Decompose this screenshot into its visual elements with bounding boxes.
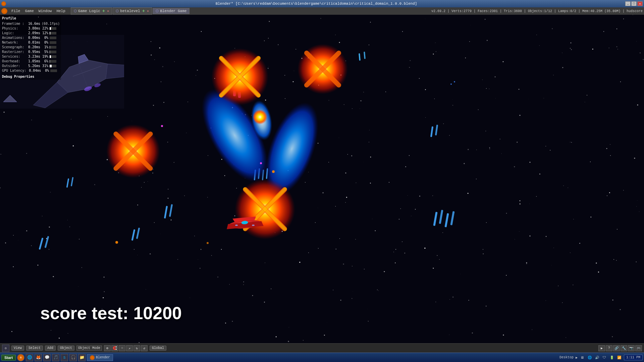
- taskbar-icon-blender[interactable]: B: [17, 354, 24, 361]
- taskbar-icon-browser[interactable]: 🌐: [26, 354, 33, 361]
- blue-laser-bl-2: [44, 236, 49, 248]
- sys-icon-net[interactable]: 🌐: [587, 355, 592, 360]
- select-btn[interactable]: Select: [26, 346, 43, 351]
- tab-betalevel[interactable]: ⬡ betalevel + ✕: [113, 7, 152, 15]
- menu-window[interactable]: Window: [37, 8, 54, 14]
- menu-file[interactable]: File: [9, 8, 22, 14]
- taskbar-icon-music[interactable]: 🎵: [52, 354, 59, 361]
- svg-point-85: [154, 222, 155, 223]
- svg-point-55: [452, 105, 453, 106]
- blue-laser-left-1: [66, 178, 69, 188]
- title-text: Blender* [C:\Users\reddam\Documents\blen…: [216, 2, 417, 6]
- svg-point-43: [536, 35, 537, 35]
- desktop-label[interactable]: Desktop: [559, 356, 574, 359]
- editor-icon-prop[interactable]: ○: [119, 345, 125, 351]
- svg-point-69: [489, 148, 490, 149]
- svg-point-62: [208, 155, 208, 156]
- blue-laser-bl-1: [39, 238, 43, 250]
- editor-icon-pivot[interactable]: ⊕: [104, 345, 111, 351]
- svg-point-67: [409, 155, 410, 156]
- editor-icon-2[interactable]: ↗: [126, 345, 133, 351]
- sys-icon-sound[interactable]: 🔊: [594, 355, 600, 360]
- svg-point-90: [355, 239, 356, 240]
- blue-laser-2: [364, 52, 366, 59]
- blue-laser-r-2: [435, 125, 438, 135]
- svg-point-39: [402, 31, 403, 32]
- tab-add-icon-1[interactable]: +: [142, 8, 146, 14]
- tab-close-icon-1[interactable]: ✕: [147, 9, 149, 13]
- tab-add-icon-0[interactable]: +: [102, 8, 106, 14]
- blue-laser-r-1: [430, 126, 433, 137]
- editor-help-icon[interactable]: ?: [606, 345, 612, 351]
- svg-point-100: [265, 262, 265, 263]
- taskbar-right: Desktop ▶ 🖥 🌐 🔊 🛡 🔋 📶 1:11 PM: [559, 355, 643, 360]
- maximize-button[interactable]: □: [631, 1, 637, 6]
- close-button[interactable]: ✕: [637, 1, 643, 6]
- editor-render-icon[interactable]: 📷: [628, 345, 635, 351]
- svg-point-82: [520, 200, 521, 201]
- tab-blender-game-label: Blender Game: [160, 9, 186, 13]
- editor-scene-icon[interactable]: 🔧: [621, 345, 627, 351]
- svg-point-95: [573, 219, 574, 220]
- taskbar-icon-chat[interactable]: 💬: [43, 354, 51, 361]
- start-button[interactable]: Start: [1, 355, 16, 361]
- svg-point-114: [235, 225, 238, 226]
- svg-point-73: [144, 182, 145, 183]
- tab-close-icon-0[interactable]: ✕: [107, 9, 109, 13]
- editor-icon-3[interactable]: ↻: [133, 345, 140, 351]
- svg-point-54: [419, 78, 420, 79]
- svg-point-60: [620, 81, 621, 82]
- title-bar-buttons: _ □ ✕: [625, 1, 643, 6]
- blue-laser-bcl-1: [164, 206, 168, 219]
- taskbar-app-blender[interactable]: Blender: [87, 354, 113, 361]
- blue-laser-1: [359, 53, 361, 61]
- svg-point-98: [177, 259, 178, 260]
- tab-blender-game[interactable]: ⬡ Blender Game: [153, 8, 190, 14]
- game-svg: [0, 15, 644, 343]
- mode-select[interactable]: Object Mode: [76, 346, 102, 351]
- taskbar-icon-folder[interactable]: 📁: [78, 354, 86, 361]
- pink-dot-2: [260, 162, 262, 164]
- svg-point-74: [184, 195, 185, 196]
- editor-game-icon[interactable]: 🎮: [635, 345, 642, 351]
- menu-help[interactable]: Help: [54, 8, 67, 14]
- svg-point-66: [369, 142, 369, 142]
- blue-laser-left-2: [71, 177, 74, 186]
- svg-point-83: [563, 185, 564, 186]
- taskbar-app-label: Blender: [96, 356, 110, 359]
- svg-point-50: [285, 98, 285, 99]
- taskbar-icon-headset[interactable]: 🎧: [69, 354, 77, 361]
- svg-point-53: [385, 92, 386, 92]
- svg-point-84: [607, 195, 607, 196]
- object-btn[interactable]: Object: [58, 346, 74, 351]
- tab-game-logic[interactable]: ⬡ Game Logic + ✕: [71, 7, 112, 15]
- sys-icon-wifi[interactable]: 📶: [616, 355, 622, 360]
- blue-laser-bcl-3: [131, 229, 136, 241]
- menu-game[interactable]: Game: [23, 8, 36, 14]
- svg-point-99: [221, 249, 222, 250]
- view-btn[interactable]: View: [11, 346, 24, 351]
- taskbar-icon-firefox[interactable]: 🦊: [35, 354, 42, 361]
- sys-icon-monitor[interactable]: 🖥: [580, 355, 585, 360]
- editor-icon-snap[interactable]: 🧲: [111, 345, 118, 351]
- minimize-button[interactable]: _: [625, 1, 631, 6]
- svg-point-106: [526, 262, 527, 263]
- add-btn[interactable]: Add: [45, 346, 56, 351]
- blender-logo: [1, 8, 7, 14]
- editor-icon-4[interactable]: ↺: [141, 345, 148, 351]
- editor-icon-0[interactable]: ⊙: [2, 345, 9, 352]
- svg-point-57: [520, 115, 521, 116]
- orange-dot-1: [115, 241, 118, 244]
- svg-point-31: [151, 41, 151, 42]
- editor-anim-icon[interactable]: ▶: [598, 345, 605, 351]
- svg-point-78: [345, 202, 346, 203]
- global-btn[interactable]: Global: [150, 346, 166, 351]
- svg-point-81: [476, 179, 477, 179]
- orange-dot-3: [207, 242, 209, 244]
- editor-link-icon[interactable]: 🔗: [613, 345, 620, 351]
- sys-icon-battery[interactable]: 🔋: [609, 355, 614, 360]
- taskbar-icon-skype[interactable]: S: [61, 354, 68, 361]
- blue-dot-2: [454, 81, 455, 82]
- sys-icon-security[interactable]: 🛡: [602, 355, 607, 360]
- desktop-arrow: ▶: [576, 356, 578, 360]
